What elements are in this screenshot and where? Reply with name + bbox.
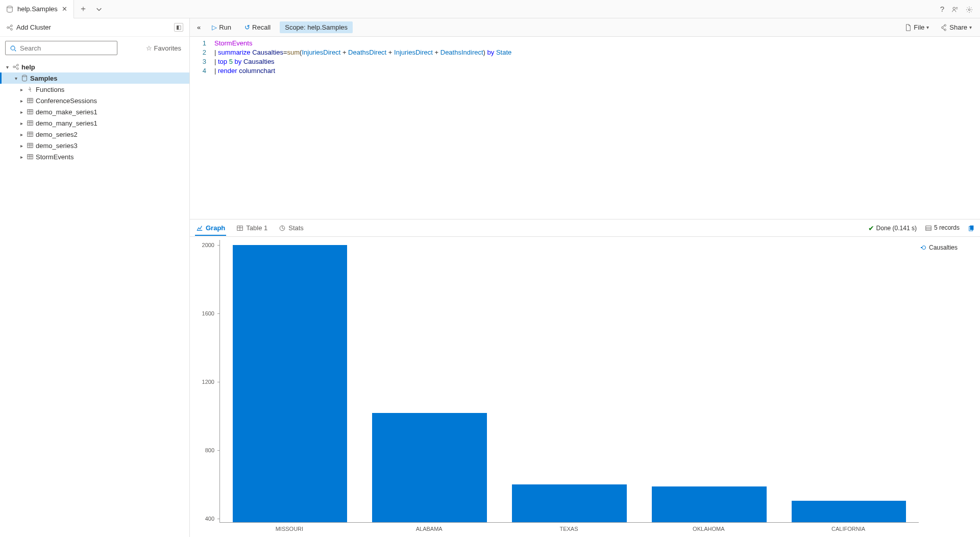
share-menu[interactable]: Share ▾ bbox=[937, 21, 975, 34]
search-input[interactable] bbox=[20, 44, 113, 52]
results-tabs: Graph Table 1 Stats ✔ bbox=[190, 219, 980, 237]
share-icon bbox=[940, 23, 947, 32]
table-icon bbox=[26, 131, 35, 138]
tab-table[interactable]: Table 1 bbox=[235, 221, 268, 235]
chevron-right-icon: ▸ bbox=[17, 120, 26, 126]
tree-cluster-help[interactable]: ▾ help bbox=[0, 61, 189, 72]
tree-item[interactable]: ▸demo_make_series1 bbox=[0, 106, 189, 117]
svg-point-6 bbox=[11, 46, 15, 50]
add-cluster-label: Add Cluster bbox=[16, 23, 51, 31]
play-icon: ▷ bbox=[212, 23, 217, 31]
tree-item[interactable]: ▸demo_many_series1 bbox=[0, 117, 189, 129]
tab-help-samples[interactable]: help.Samples ✕ bbox=[0, 0, 74, 18]
cluster-icon bbox=[6, 24, 13, 31]
y-tick-label: 400 bbox=[205, 516, 214, 522]
column-chart[interactable]: 400800120016002000 MISSOURIALABAMATEXASO… bbox=[195, 240, 919, 537]
search-input-wrap[interactable] bbox=[5, 41, 117, 55]
legend-marker-icon bbox=[921, 247, 926, 248]
settings-icon[interactable] bbox=[966, 5, 973, 13]
scope-value: help.Samples bbox=[307, 23, 348, 31]
function-icon bbox=[26, 86, 35, 93]
y-tick-label: 1600 bbox=[202, 310, 214, 316]
tree-item-label: ConferenceSessions bbox=[35, 97, 97, 105]
scope-label: Scope: bbox=[285, 23, 305, 31]
recall-label: Recall bbox=[252, 23, 271, 31]
run-label: Run bbox=[219, 23, 231, 31]
query-editor[interactable]: 1 2 3 4 StormEvents| summarize Causaltie… bbox=[190, 37, 980, 219]
svg-point-18 bbox=[942, 27, 944, 29]
x-tick-label: CALIFORNIA bbox=[831, 526, 865, 532]
stats-icon bbox=[279, 224, 286, 232]
tab-stats[interactable]: Stats bbox=[278, 221, 305, 235]
svg-point-3 bbox=[7, 27, 9, 29]
close-icon[interactable]: ✕ bbox=[62, 5, 67, 13]
content-area: « ▷ Run ↺ Recall Scope: help.Samples Fil… bbox=[190, 18, 980, 537]
tree-item[interactable]: ▸demo_series2 bbox=[0, 129, 189, 140]
results-pane: Graph Table 1 Stats ✔ bbox=[190, 219, 980, 537]
status-records: 5 records bbox=[934, 224, 960, 231]
chart-legend: Causalties bbox=[919, 240, 975, 537]
hide-panel-icon[interactable]: ◧ bbox=[174, 23, 183, 32]
legend-item[interactable]: Causalties bbox=[921, 244, 973, 251]
database-icon bbox=[6, 5, 13, 13]
chart-bar[interactable] bbox=[512, 484, 627, 522]
tree-item-label: Functions bbox=[35, 86, 64, 93]
chart-bar[interactable] bbox=[372, 413, 487, 522]
chart-bar[interactable] bbox=[233, 245, 348, 522]
check-icon: ✔ bbox=[868, 224, 874, 232]
tree-cluster-label: help bbox=[20, 63, 35, 71]
x-tick-label: OKLAHOMA bbox=[693, 526, 724, 532]
tree-db-samples[interactable]: ▾ Samples bbox=[0, 72, 189, 84]
tree-item-label: demo_series2 bbox=[35, 131, 78, 138]
x-tick-label: MISSOURI bbox=[276, 526, 303, 532]
help-icon[interactable]: ? bbox=[940, 5, 944, 13]
chevron-down-icon: ▾ bbox=[3, 64, 11, 70]
chart-bar[interactable] bbox=[652, 486, 767, 522]
table-icon bbox=[26, 142, 35, 150]
chevron-right-icon: ▸ bbox=[17, 98, 26, 104]
y-tick-label: 1200 bbox=[202, 379, 214, 385]
tree-item-label: demo_make_series1 bbox=[35, 108, 97, 116]
tree-db-label: Samples bbox=[29, 75, 57, 82]
svg-rect-22 bbox=[926, 226, 932, 231]
file-menu[interactable]: File ▾ bbox=[901, 21, 932, 34]
tree-item[interactable]: ▸StormEvents bbox=[0, 151, 189, 162]
svg-point-10 bbox=[22, 75, 27, 77]
chevron-down-icon: ▾ bbox=[12, 76, 20, 81]
records-icon bbox=[925, 224, 932, 232]
tab-table-label: Table 1 bbox=[246, 224, 267, 232]
tree-item[interactable]: ▸demo_series3 bbox=[0, 140, 189, 151]
svg-rect-12 bbox=[28, 110, 33, 114]
database-icon bbox=[20, 75, 29, 82]
tree-item[interactable]: ▸ConferenceSessions bbox=[0, 95, 189, 106]
tree-item-label: StormEvents bbox=[35, 153, 74, 161]
tab-stats-label: Stats bbox=[288, 224, 304, 232]
svg-point-9 bbox=[17, 68, 19, 70]
run-button[interactable]: ▷ Run bbox=[208, 21, 235, 33]
favorites-button[interactable]: ☆ Favorites bbox=[146, 44, 184, 52]
favorites-label: Favorites bbox=[154, 44, 181, 52]
copy-icon[interactable] bbox=[968, 224, 975, 232]
svg-point-5 bbox=[11, 28, 13, 30]
svg-rect-13 bbox=[28, 121, 33, 126]
collapse-left-icon[interactable]: « bbox=[195, 21, 203, 33]
feedback-icon[interactable] bbox=[951, 5, 959, 13]
tree-item[interactable]: ▸Functions bbox=[0, 84, 189, 95]
top-right-icons: ? bbox=[940, 5, 980, 13]
tab-graph[interactable]: Graph bbox=[195, 221, 226, 236]
add-cluster-button[interactable]: Add Cluster bbox=[6, 23, 51, 31]
tab-bar: help.Samples ✕ ＋ ? bbox=[0, 0, 980, 18]
chevron-right-icon: ▸ bbox=[17, 132, 26, 137]
recall-button[interactable]: ↺ Recall bbox=[240, 21, 275, 33]
editor-code[interactable]: StormEvents| summarize Causalties=sum(In… bbox=[210, 37, 980, 219]
scope-chip[interactable]: Scope: help.Samples bbox=[280, 21, 353, 33]
svg-rect-11 bbox=[28, 99, 33, 103]
table-icon bbox=[26, 153, 35, 161]
chart-plot-area bbox=[219, 240, 919, 523]
chart-bar[interactable] bbox=[792, 501, 906, 522]
chart-x-axis: MISSOURIALABAMATEXASOKLAHOMACALIFORNIA bbox=[219, 525, 919, 537]
file-icon bbox=[904, 23, 912, 32]
tab-dropdown-icon[interactable] bbox=[92, 5, 106, 13]
new-tab-button[interactable]: ＋ bbox=[74, 4, 92, 14]
tab-graph-label: Graph bbox=[206, 224, 225, 232]
